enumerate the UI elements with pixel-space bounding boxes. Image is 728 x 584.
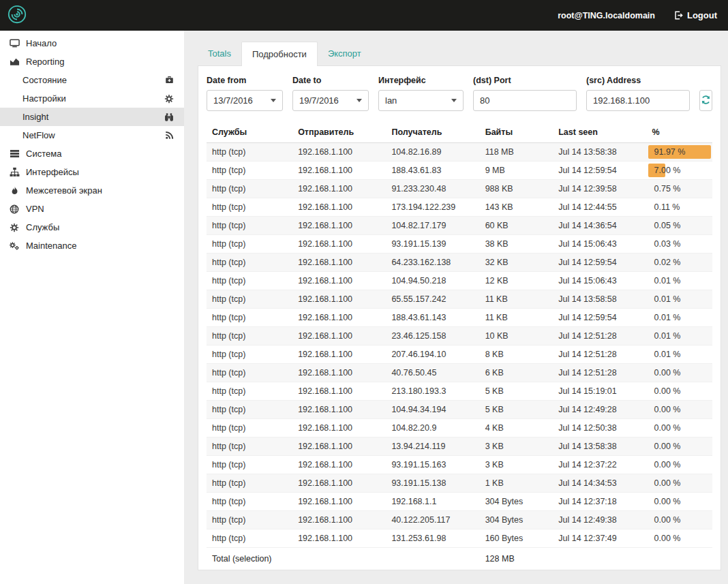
table-row: http (tcp)192.168.1.100192.168.1.1304 By… xyxy=(207,493,712,511)
interface-field: Интерфейс lan xyxy=(378,76,464,111)
sidebar-item-label: Система xyxy=(26,149,61,159)
cell-destination: 173.194.122.239 xyxy=(386,198,479,217)
column-header-4[interactable]: Last seen xyxy=(553,122,646,143)
cell-service: http (tcp) xyxy=(207,309,292,327)
dst-port-input[interactable] xyxy=(473,90,577,111)
total-selection-label: Total (selection) xyxy=(207,548,480,570)
tab-export[interactable]: Экспорт xyxy=(318,42,371,65)
cell-service: http (tcp) xyxy=(207,272,292,290)
logout-button[interactable]: Logout xyxy=(674,10,717,20)
cell-destination: 104.94.50.218 xyxy=(386,272,479,290)
cell-service: http (tcp) xyxy=(207,456,292,474)
table-row: http (tcp)192.168.1.10091.233.230.48988 … xyxy=(207,180,712,198)
table-row: http (tcp)192.168.1.100104.82.17.17960 K… xyxy=(207,217,712,235)
cell-service: http (tcp) xyxy=(207,511,292,529)
sidebar-item-health[interactable]: Состояние xyxy=(0,71,184,89)
binoculars-icon xyxy=(164,112,174,122)
cell-bytes: 160 Bytes xyxy=(480,529,553,548)
sidebar-item-label: Состояние xyxy=(22,75,67,85)
sidebar-item-reporting[interactable]: Reporting xyxy=(0,52,184,71)
cell-percent: 0.00 % xyxy=(647,493,713,511)
logout-icon xyxy=(674,11,683,20)
src-address-field: (src) Address xyxy=(586,76,690,111)
sidebar-item-system[interactable]: Система xyxy=(0,144,184,163)
opnsense-logo-icon[interactable] xyxy=(7,4,27,27)
cell-bytes: 3 KB xyxy=(480,437,553,456)
src-address-input[interactable] xyxy=(586,90,690,111)
cell-source: 192.168.1.100 xyxy=(292,198,386,217)
table-footer-row: Total (selection) 128 MB xyxy=(207,548,712,570)
cell-last-seen: Jul 14 15:06:43 xyxy=(553,272,646,290)
filter-row: Date from 13/7/2016 Date to 19/7/2016 Ин… xyxy=(207,76,712,122)
table-row: http (tcp)192.168.1.100131.253.61.98160 … xyxy=(207,529,712,548)
sidebar-item-netflow[interactable]: NetFlow xyxy=(0,126,184,144)
interface-select[interactable]: lan xyxy=(378,90,464,111)
cell-source: 192.168.1.100 xyxy=(292,327,386,345)
cell-service: http (tcp) xyxy=(207,180,292,198)
cell-destination: 93.191.15.163 xyxy=(386,456,479,474)
cell-bytes: 11 KB xyxy=(480,309,553,327)
cell-destination: 13.94.214.119 xyxy=(386,437,479,456)
date-to-select[interactable]: 19/7/2016 xyxy=(292,90,369,111)
cell-last-seen: Jul 14 14:36:54 xyxy=(553,217,646,235)
sidebar-menu: НачалоReportingСостояниеНастройкиInsight… xyxy=(0,34,184,255)
cell-bytes: 10 KB xyxy=(480,327,553,345)
cell-percent: 0.00 % xyxy=(647,382,713,401)
cell-destination: 192.168.1.1 xyxy=(386,493,479,511)
top-bar: root@TING.localdomain Logout xyxy=(0,0,728,31)
sidebar-item-label: Межсетевой экран xyxy=(26,185,102,196)
date-from-label: Date from xyxy=(207,76,283,85)
sidebar-item-maintenance[interactable]: Maintenance xyxy=(0,236,184,255)
refresh-button[interactable] xyxy=(699,90,712,111)
cell-source: 192.168.1.100 xyxy=(292,180,386,198)
column-header-0[interactable]: Службы xyxy=(207,122,292,143)
cell-last-seen: Jul 14 12:59:54 xyxy=(553,253,646,272)
cell-destination: 213.180.193.3 xyxy=(386,382,479,401)
cell-service: http (tcp) xyxy=(207,143,292,162)
tab-details[interactable]: Подробности xyxy=(241,42,318,66)
sidebar-item-vpn[interactable]: VPN xyxy=(0,200,184,218)
cell-last-seen: Jul 14 13:58:38 xyxy=(553,143,646,162)
cell-source: 192.168.1.100 xyxy=(292,529,386,548)
cell-source: 192.168.1.100 xyxy=(292,235,386,253)
cell-service: http (tcp) xyxy=(207,474,292,493)
column-header-2[interactable]: Получатель xyxy=(386,122,479,143)
column-header-5[interactable]: % xyxy=(647,122,713,143)
cell-source: 192.168.1.100 xyxy=(292,162,386,180)
cell-bytes: 304 Bytes xyxy=(480,511,553,529)
table-header-row: СлужбыОтправительПолучательБайтыLast see… xyxy=(207,122,712,143)
cell-bytes: 3 KB xyxy=(480,456,553,474)
cell-bytes: 9 MB xyxy=(480,162,553,180)
cell-percent: 0.02 % xyxy=(647,253,713,272)
cell-destination: 131.253.61.98 xyxy=(386,529,479,548)
date-to-field: Date to 19/7/2016 xyxy=(292,76,369,111)
cell-source: 192.168.1.100 xyxy=(292,493,386,511)
cell-service: http (tcp) xyxy=(207,253,292,272)
sidebar-item-firewall[interactable]: Межсетевой экран xyxy=(0,181,184,200)
cell-last-seen: Jul 14 12:49:28 xyxy=(553,401,646,419)
column-header-3[interactable]: Байты xyxy=(480,122,553,143)
medkit-icon xyxy=(165,76,174,84)
sidebar-item-settings[interactable]: Настройки xyxy=(0,89,184,108)
cell-percent: 0.01 % xyxy=(647,290,713,309)
tab-totals[interactable]: Totals xyxy=(198,42,241,65)
date-from-select[interactable]: 13/7/2016 xyxy=(207,90,283,111)
cell-percent: 0.03 % xyxy=(647,235,713,253)
total-bytes: 128 MB xyxy=(480,548,553,570)
cell-percent: 0.00 % xyxy=(647,364,713,382)
cell-bytes: 5 KB xyxy=(480,382,553,401)
dst-port-label: (dst) Port xyxy=(473,76,577,85)
sidebar-item-home[interactable]: Начало xyxy=(0,34,184,52)
cell-percent: 0.05 % xyxy=(647,217,713,235)
sidebar-item-interfaces[interactable]: Интерфейсы xyxy=(0,163,184,181)
sitemap-icon xyxy=(8,167,20,177)
cell-destination: 65.55.157.242 xyxy=(386,290,479,309)
column-header-1[interactable]: Отправитель xyxy=(292,122,386,143)
cell-destination: 104.94.34.194 xyxy=(386,401,479,419)
cell-bytes: 304 Bytes xyxy=(480,493,553,511)
cell-last-seen: Jul 14 14:34:53 xyxy=(553,474,646,493)
cell-service: http (tcp) xyxy=(207,235,292,253)
sidebar-item-services[interactable]: Службы xyxy=(0,218,184,236)
sidebar-item-insight[interactable]: Insight xyxy=(0,108,184,126)
cell-source: 192.168.1.100 xyxy=(292,419,386,437)
